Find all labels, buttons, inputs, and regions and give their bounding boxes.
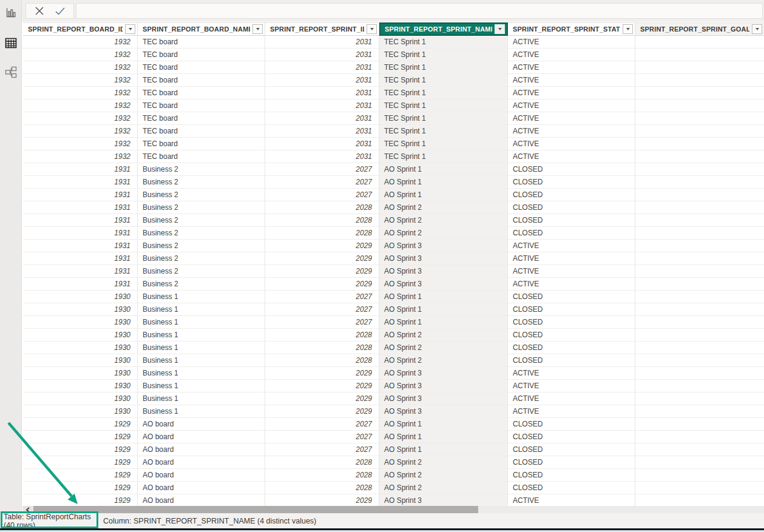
table-cell[interactable]: 2028 [265,456,379,469]
table-cell[interactable] [635,252,764,265]
table-cell[interactable]: CLOSED [508,342,635,354]
table-cell[interactable]: ACTIVE [508,392,635,405]
table-cell[interactable]: TEC board [138,49,265,61]
table-cell[interactable]: Business 1 [138,367,265,380]
table-cell[interactable]: CLOSED [508,354,635,367]
table-cell[interactable] [635,214,764,227]
table-cell[interactable]: Business 2 [138,240,265,252]
table-cell[interactable]: 1932 [23,49,138,61]
table-cell[interactable]: 1929 [23,494,138,507]
sidebar-item-data-view[interactable] [0,33,22,53]
table-cell[interactable]: ACTIVE [508,405,635,418]
table-cell[interactable]: 1931 [23,265,138,278]
table-cell[interactable]: TEC board [138,74,265,87]
table-cell[interactable]: TEC board [138,112,265,125]
table-cell[interactable]: 1930 [23,367,138,380]
table-cell[interactable]: CLOSED [508,469,635,482]
table-cell[interactable] [635,278,764,291]
table-cell[interactable]: Business 2 [138,189,265,201]
column-header-4[interactable]: SPRINT_REPORT_SPRINT_STATE [508,22,635,36]
table-cell[interactable]: AO Sprint 2 [379,456,508,469]
table-cell[interactable]: TEC Sprint 1 [379,99,508,112]
table-cell[interactable] [635,291,764,303]
table-cell[interactable]: 2027 [265,291,379,303]
table-cell[interactable]: CLOSED [508,316,635,329]
table-cell[interactable] [635,112,764,125]
table-cell[interactable]: ACTIVE [508,494,635,507]
table-cell[interactable]: Business 2 [138,278,265,291]
table-cell[interactable]: 1932 [23,61,138,74]
table-cell[interactable]: 2027 [265,418,379,431]
table-cell[interactable]: 1930 [23,405,138,418]
table-cell[interactable]: AO Sprint 1 [379,431,508,443]
table-cell[interactable]: Business 1 [138,329,265,342]
table-cell[interactable]: 2028 [265,482,379,494]
table-cell[interactable]: TEC Sprint 1 [379,150,508,163]
table-cell[interactable]: AO board [138,494,265,507]
table-cell[interactable]: TEC Sprint 1 [379,138,508,150]
table-cell[interactable]: AO Sprint 2 [379,227,508,240]
table-cell[interactable]: CLOSED [508,214,635,227]
table-cell[interactable] [635,469,764,482]
column-header-3[interactable]: SPRINT_REPORT_SPRINT_NAME [379,22,508,36]
table-cell[interactable]: 2029 [265,252,379,265]
table-cell[interactable]: AO Sprint 3 [379,380,508,392]
table-cell[interactable] [635,265,764,278]
table-cell[interactable]: 2029 [265,278,379,291]
table-cell[interactable]: 1932 [23,125,138,138]
table-cell[interactable] [635,201,764,214]
table-cell[interactable]: AO Sprint 1 [379,189,508,201]
column-header-5[interactable]: SPRINT_REPORT_SPRINT_GOAL [635,22,764,36]
table-cell[interactable]: CLOSED [508,227,635,240]
formula-input[interactable] [76,3,763,19]
table-cell[interactable]: 1930 [23,380,138,392]
table-cell[interactable]: 2027 [265,163,379,176]
scrollbar-thumb[interactable] [33,506,478,513]
table-cell[interactable]: AO Sprint 1 [379,163,508,176]
table-cell[interactable]: ACTIVE [508,61,635,74]
table-cell[interactable]: ACTIVE [508,87,635,99]
table-cell[interactable]: CLOSED [508,201,635,214]
table-cell[interactable]: CLOSED [508,443,635,456]
table-cell[interactable]: 1931 [23,163,138,176]
column-filter-dropdown-button[interactable] [125,24,135,34]
table-cell[interactable]: Business 2 [138,176,265,189]
table-cell[interactable]: ACTIVE [508,138,635,150]
table-cell[interactable]: Business 1 [138,316,265,329]
table-cell[interactable]: 2028 [265,342,379,354]
table-cell[interactable]: 1932 [23,74,138,87]
table-cell[interactable]: ACTIVE [508,74,635,87]
table-cell[interactable]: 1931 [23,240,138,252]
table-cell[interactable]: ACTIVE [508,278,635,291]
table-cell[interactable]: AO Sprint 2 [379,214,508,227]
table-cell[interactable]: 1932 [23,112,138,125]
table-cell[interactable] [635,380,764,392]
table-cell[interactable]: TEC Sprint 1 [379,36,508,49]
table-cell[interactable]: AO board [138,469,265,482]
table-cell[interactable]: 1929 [23,469,138,482]
table-cell[interactable]: TEC Sprint 1 [379,74,508,87]
table-cell[interactable]: 1930 [23,354,138,367]
table-cell[interactable] [635,482,764,494]
table-cell[interactable]: 2028 [265,214,379,227]
table-cell[interactable]: 2028 [265,329,379,342]
commit-button[interactable] [53,4,67,18]
horizontal-scrollbar[interactable] [22,506,764,513]
table-cell[interactable]: CLOSED [508,329,635,342]
table-cell[interactable]: 1931 [23,176,138,189]
table-cell[interactable]: 2031 [265,138,379,150]
table-cell[interactable]: 1931 [23,278,138,291]
table-cell[interactable]: 2029 [265,494,379,507]
table-cell[interactable] [635,316,764,329]
table-cell[interactable]: ACTIVE [508,125,635,138]
table-cell[interactable]: AO board [138,443,265,456]
table-cell[interactable]: 1929 [23,443,138,456]
table-cell[interactable]: ACTIVE [508,367,635,380]
table-cell[interactable]: ACTIVE [508,36,635,49]
table-cell[interactable] [635,74,764,87]
table-cell[interactable]: CLOSED [508,303,635,316]
table-cell[interactable]: 2031 [265,125,379,138]
table-cell[interactable]: AO Sprint 3 [379,252,508,265]
table-cell[interactable]: 2027 [265,443,379,456]
table-cell[interactable]: Business 1 [138,392,265,405]
